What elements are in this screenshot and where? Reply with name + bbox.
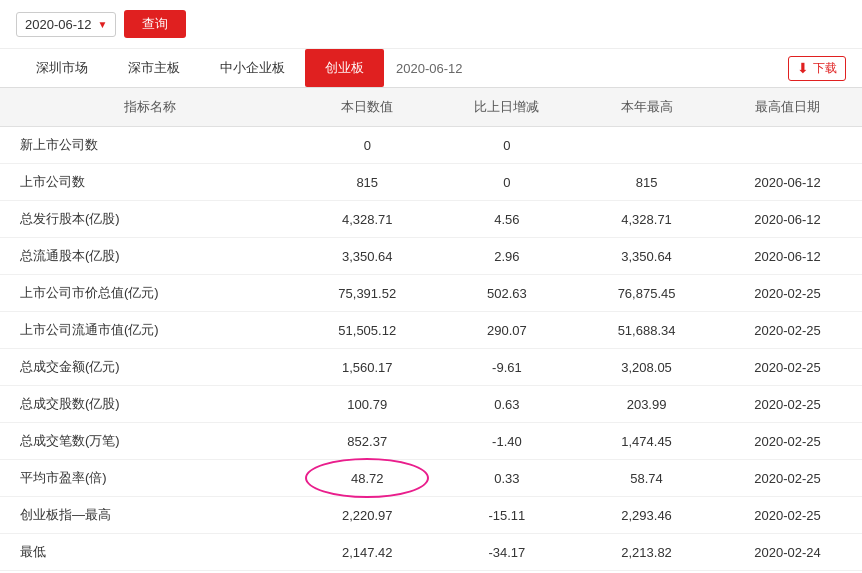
table-row: 总成交笔数(万笔)852.37-1.401,474.452020-02-25 xyxy=(0,423,862,460)
row-name: 总发行股本(亿股) xyxy=(0,201,301,238)
row-today: 3,350.64 xyxy=(301,238,434,275)
row-high-date xyxy=(713,127,862,164)
download-icon: ⬇ xyxy=(797,60,809,76)
row-today: 0 xyxy=(301,127,434,164)
row-change: 0 xyxy=(434,164,580,201)
row-year-high: 58.74 xyxy=(580,460,713,497)
row-high-date: 2020-02-25 xyxy=(713,312,862,349)
table-header-row: 指标名称 本日数值 比上日增减 本年最高 最高值日期 xyxy=(0,88,862,127)
tab-sme[interactable]: 中小企业板 xyxy=(200,49,305,87)
date-selector[interactable]: 2020-06-12 ▼ xyxy=(16,12,116,37)
row-name: 总成交金额(亿元) xyxy=(0,349,301,386)
row-change: 290.07 xyxy=(434,312,580,349)
row-today: 48.72 xyxy=(301,460,434,497)
tab-shenzhen[interactable]: 深圳市场 xyxy=(16,49,108,87)
download-button[interactable]: ⬇ 下载 xyxy=(788,56,846,81)
row-high-date: 2020-02-25 xyxy=(713,460,862,497)
table-row: 创业板指—最高2,220.97-15.112,293.462020-02-25 xyxy=(0,497,862,534)
row-today: 4,328.71 xyxy=(301,201,434,238)
row-high-date: 2020-02-25 xyxy=(713,423,862,460)
col-header-year-high: 本年最高 xyxy=(580,88,713,127)
row-name: 最低 xyxy=(0,534,301,571)
row-high-date: 2020-06-12 xyxy=(713,201,862,238)
table-row: 总发行股本(亿股)4,328.714.564,328.712020-06-12 xyxy=(0,201,862,238)
row-name: 总成交股数(亿股) xyxy=(0,386,301,423)
row-high-date: 2020-02-25 xyxy=(713,386,862,423)
row-year-high: 3,208.05 xyxy=(580,349,713,386)
row-change: 4.56 xyxy=(434,201,580,238)
table-row: 最低2,147.42-34.172,213.822020-02-24 xyxy=(0,534,862,571)
row-today: 2,147.42 xyxy=(301,534,434,571)
row-change: 2.96 xyxy=(434,238,580,275)
row-name: 上市公司流通市值(亿元) xyxy=(0,312,301,349)
table-row: 平均市盈率(倍)48.720.3358.742020-02-25 xyxy=(0,460,862,497)
row-name: 上市公司市价总值(亿元) xyxy=(0,275,301,312)
table-row: 总流通股本(亿股)3,350.642.963,350.642020-06-12 xyxy=(0,238,862,275)
tabs-bar: 深圳市场 深市主板 中小企业板 创业板 2020-06-12 ⬇ 下载 xyxy=(0,49,862,88)
row-high-date: 2020-06-12 xyxy=(713,238,862,275)
col-header-name: 指标名称 xyxy=(0,88,301,127)
row-year-high: 2,293.46 xyxy=(580,497,713,534)
row-name: 平均市盈率(倍) xyxy=(0,460,301,497)
row-today: 100.79 xyxy=(301,386,434,423)
row-high-date: 2020-06-12 xyxy=(713,164,862,201)
date-arrow-icon: ▼ xyxy=(98,19,108,30)
row-year-high: 203.99 xyxy=(580,386,713,423)
query-button[interactable]: 查询 xyxy=(124,10,186,38)
row-year-high: 51,688.34 xyxy=(580,312,713,349)
row-name: 上市公司数 xyxy=(0,164,301,201)
row-change: 0 xyxy=(434,127,580,164)
table-row: 上市公司数81508152020-06-12 xyxy=(0,164,862,201)
row-name: 创业板指—最高 xyxy=(0,497,301,534)
row-change: 0.33 xyxy=(434,460,580,497)
data-table-wrapper: 指标名称 本日数值 比上日增减 本年最高 最高值日期 新上市公司数00上市公司数… xyxy=(0,88,862,571)
row-high-date: 2020-02-25 xyxy=(713,275,862,312)
row-year-high: 3,350.64 xyxy=(580,238,713,275)
tab-date: 2020-06-12 xyxy=(396,61,463,76)
top-bar: 2020-06-12 ▼ 查询 xyxy=(0,0,862,49)
table-row: 上市公司流通市值(亿元)51,505.12290.0751,688.342020… xyxy=(0,312,862,349)
row-change: 0.63 xyxy=(434,386,580,423)
table-row: 总成交股数(亿股)100.790.63203.992020-02-25 xyxy=(0,386,862,423)
row-change: -1.40 xyxy=(434,423,580,460)
row-year-high: 815 xyxy=(580,164,713,201)
row-year-high: 2,213.82 xyxy=(580,534,713,571)
row-today: 852.37 xyxy=(301,423,434,460)
row-today: 2,220.97 xyxy=(301,497,434,534)
col-header-high-date: 最高值日期 xyxy=(713,88,862,127)
row-year-high: 76,875.45 xyxy=(580,275,713,312)
row-year-high: 1,474.45 xyxy=(580,423,713,460)
row-high-date: 2020-02-25 xyxy=(713,497,862,534)
row-change: 502.63 xyxy=(434,275,580,312)
date-value: 2020-06-12 xyxy=(25,17,92,32)
table-row: 新上市公司数00 xyxy=(0,127,862,164)
row-today: 1,560.17 xyxy=(301,349,434,386)
table-row: 上市公司市价总值(亿元)75,391.52502.6376,875.452020… xyxy=(0,275,862,312)
row-change: -15.11 xyxy=(434,497,580,534)
data-table: 指标名称 本日数值 比上日增减 本年最高 最高值日期 新上市公司数00上市公司数… xyxy=(0,88,862,571)
row-name: 新上市公司数 xyxy=(0,127,301,164)
tab-chinext[interactable]: 创业板 xyxy=(305,49,384,87)
row-year-high: 4,328.71 xyxy=(580,201,713,238)
tab-main-board[interactable]: 深市主板 xyxy=(108,49,200,87)
row-today: 51,505.12 xyxy=(301,312,434,349)
row-high-date: 2020-02-24 xyxy=(713,534,862,571)
row-year-high xyxy=(580,127,713,164)
row-change: -9.61 xyxy=(434,349,580,386)
row-today: 75,391.52 xyxy=(301,275,434,312)
row-name: 总流通股本(亿股) xyxy=(0,238,301,275)
table-row: 总成交金额(亿元)1,560.17-9.613,208.052020-02-25 xyxy=(0,349,862,386)
download-label: 下载 xyxy=(813,60,837,77)
row-change: -34.17 xyxy=(434,534,580,571)
table-body: 新上市公司数00上市公司数81508152020-06-12总发行股本(亿股)4… xyxy=(0,127,862,571)
row-today: 815 xyxy=(301,164,434,201)
col-header-change: 比上日增减 xyxy=(434,88,580,127)
row-name: 总成交笔数(万笔) xyxy=(0,423,301,460)
row-high-date: 2020-02-25 xyxy=(713,349,862,386)
col-header-today: 本日数值 xyxy=(301,88,434,127)
